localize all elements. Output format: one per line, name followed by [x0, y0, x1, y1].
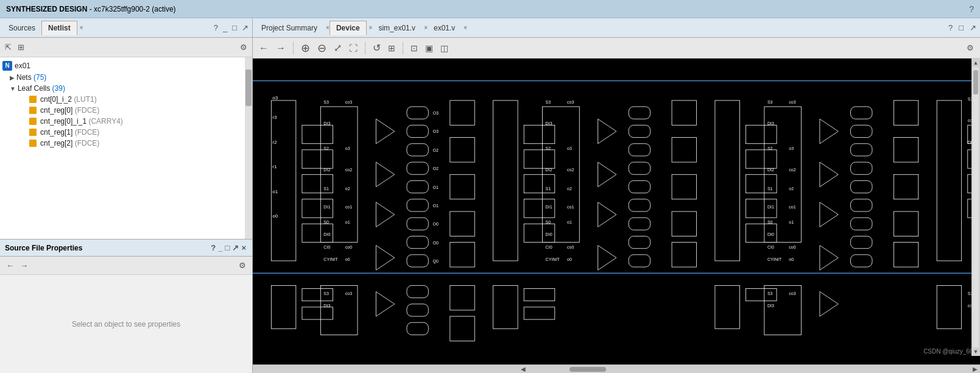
svg-rect-170	[715, 285, 739, 329]
svg-text:S3: S3	[767, 100, 773, 105]
tab-sources[interactable]: Sources	[2, 21, 41, 35]
svg-text:DI0: DI0	[323, 232, 330, 237]
tree-scrollbar[interactable]	[245, 57, 252, 239]
svg-rect-135	[851, 162, 872, 174]
svg-rect-89	[629, 107, 650, 119]
svg-rect-61	[524, 125, 555, 143]
netlist-settings-icon[interactable]: ⚙	[239, 41, 249, 53]
source-props-undock-icon[interactable]: ↗	[231, 242, 240, 254]
svg-text:co0: co0	[789, 245, 795, 250]
tab-device[interactable]: Device	[330, 21, 367, 35]
nav-back-icon[interactable]: ←	[258, 41, 270, 55]
source-minimize-icon[interactable]: _	[222, 22, 228, 34]
ex01v-tab-close[interactable]: ×	[464, 24, 467, 31]
svg-rect-167	[493, 285, 518, 329]
tree-item-cntreg0[interactable]: cnt_reg[0] (FDCE)	[0, 105, 245, 116]
grid-icon[interactable]: ⊞	[387, 42, 397, 54]
source-props-restore-icon[interactable]: □	[224, 242, 231, 254]
svg-text:S2: S2	[323, 146, 329, 151]
svg-text:S1: S1	[323, 187, 329, 191]
source-props-minimize-icon[interactable]: _	[217, 242, 224, 254]
tab-netlist[interactable]: Netlist	[41, 21, 77, 35]
tree-item-cntreg0i1[interactable]: cnt_reg[0]_i_1 (CARRY4)	[0, 116, 245, 127]
zoom-out-icon[interactable]: ⊖	[316, 40, 328, 56]
svg-rect-169	[524, 307, 555, 319]
device-label: xc7k325tffg900-2	[94, 5, 150, 13]
tree-scroll-thumb[interactable]	[245, 69, 252, 106]
svg-text:DI1: DI1	[546, 205, 552, 210]
svg-text:S1: S1	[767, 187, 773, 191]
svg-text:co3: co3	[567, 100, 574, 105]
svg-text:co3: co3	[789, 100, 795, 105]
vscroll-down-icon[interactable]: ▼	[972, 347, 980, 356]
tree-item-cntreg1[interactable]: cnt_reg[1] (FDCE)	[0, 127, 245, 138]
canvas-vertical-scrollbar[interactable]: ▲ ▼	[971, 59, 980, 356]
tab-sim-ex01[interactable]: sim_ex01.v	[372, 21, 421, 35]
refresh-icon[interactable]: ↺	[372, 41, 382, 55]
svg-text:co3: co3	[345, 100, 352, 105]
svg-rect-105	[746, 150, 777, 168]
tree-leafcells[interactable]: ▼ Leaf Cells (39)	[0, 83, 245, 94]
hscroll-right-icon[interactable]: ▶	[973, 366, 978, 372]
svg-rect-90	[629, 125, 650, 137]
tree-nets[interactable]: ▶ Nets (75)	[0, 72, 245, 83]
svg-text:DI0: DI0	[546, 232, 552, 237]
svg-rect-136	[851, 180, 872, 193]
svg-rect-140	[851, 255, 872, 267]
svg-rect-58	[450, 211, 474, 236]
svg-text:DI1: DI1	[323, 205, 330, 210]
svg-rect-97	[629, 255, 650, 267]
svg-text:r1: r1	[272, 164, 277, 169]
svg-rect-42	[407, 199, 428, 211]
title-help-icon[interactable]: ?	[969, 4, 974, 14]
vscroll-thumb[interactable]	[973, 70, 978, 94]
collapse-all-icon[interactable]: ⇱	[4, 41, 13, 53]
svg-text:o1: o1	[567, 220, 572, 225]
svg-rect-94	[629, 199, 650, 211]
svg-text:O1: O1	[432, 185, 439, 190]
tree-root[interactable]: N ex01	[0, 60, 245, 72]
main-layout: Sources Netlist × ? _ □ ↗ ⇱ ⊞ ⚙ N	[0, 18, 980, 373]
canvas-settings-icon[interactable]: ⚙	[965, 42, 975, 54]
vscroll-up-icon[interactable]: ▲	[972, 59, 980, 67]
right-restore-icon[interactable]: □	[957, 22, 965, 34]
vscroll-track[interactable]	[973, 67, 979, 347]
nav-forward-icon[interactable]: →	[275, 41, 287, 55]
tree-item-cntreg2[interactable]: cnt_reg[2] (FDCE)	[0, 138, 245, 149]
svg-text:O3: O3	[432, 111, 439, 116]
svg-text:S3: S3	[767, 291, 773, 296]
svg-rect-37	[407, 107, 428, 119]
source-help-icon[interactable]: ?	[213, 22, 219, 34]
tree-item-cnt0i2[interactable]: cnt[0]_i_2 (LUT1)	[0, 94, 245, 105]
leaf-icon-cntreg2	[29, 140, 37, 147]
hscroll-thumb[interactable]	[569, 367, 606, 372]
nets-count: (75)	[33, 73, 46, 82]
svg-text:DI2: DI2	[323, 168, 330, 172]
left-panel: Sources Netlist × ? _ □ ↗ ⇱ ⊞ ⚙ N	[0, 18, 253, 373]
source-props-back-icon[interactable]: ←	[5, 260, 15, 271]
select-icon[interactable]: ▣	[424, 42, 434, 54]
source-restore-icon[interactable]: □	[231, 22, 238, 34]
fit-window-icon[interactable]: ⤢	[333, 41, 343, 55]
tab-project-summary[interactable]: Project Summary	[255, 21, 323, 35]
svg-rect-177	[937, 285, 961, 329]
select2-icon[interactable]: ◫	[439, 42, 449, 54]
svg-text:r2: r2	[272, 140, 277, 145]
zoom-in-icon[interactable]: ⊕	[300, 40, 311, 56]
svg-rect-96	[629, 236, 650, 248]
expand-all-icon[interactable]: ⊞	[16, 41, 26, 53]
canvas-horizontal-scrollbar[interactable]: ◀ ▶	[253, 364, 980, 373]
source-props-settings-icon[interactable]: ⚙	[238, 260, 247, 271]
right-undock-icon[interactable]: ↗	[968, 22, 978, 34]
source-props-close-icon[interactable]: ×	[240, 242, 247, 254]
svg-rect-162	[407, 285, 428, 297]
tab-ex01v[interactable]: ex01.v	[428, 21, 461, 35]
right-help-icon[interactable]: ?	[947, 22, 954, 34]
source-undock-icon[interactable]: ↗	[241, 22, 250, 34]
hscroll-left-icon[interactable]: ◀	[521, 366, 526, 372]
source-props-forward-icon[interactable]: →	[19, 260, 29, 271]
full-screen-icon[interactable]: ⛶	[348, 42, 359, 54]
source-props-help-icon[interactable]: ?	[210, 242, 217, 254]
netlist-tab-close[interactable]: ×	[80, 24, 83, 31]
route-icon[interactable]: ⊡	[409, 42, 419, 54]
